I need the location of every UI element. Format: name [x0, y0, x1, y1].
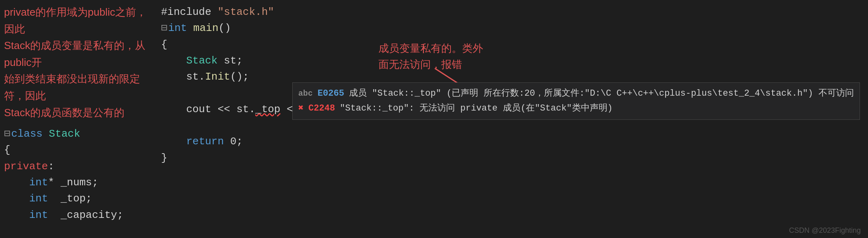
stack-st-line: Stack st;: [161, 53, 868, 69]
main-container: private的作用域为public之前，因此 Stack的成员变量是私有的，从…: [0, 0, 868, 238]
private-label: private:: [4, 158, 153, 174]
include-line: #include "stack.h": [161, 4, 868, 20]
annotation-line1: private的作用域为public之前，因此: [4, 4, 153, 37]
right-code-panel: #include "stack.h" ⊟int main() { Stack s…: [153, 0, 868, 238]
bubble-line1: 成员变量私有的。类外: [378, 40, 483, 56]
class-keyword: class: [11, 126, 49, 142]
annotation-block: private的作用域为public之前，因此 Stack的成员变量是私有的，从…: [4, 4, 153, 121]
brace-open: {: [4, 142, 153, 158]
blank-line3: [161, 117, 868, 133]
error-abc-icon: abc: [298, 87, 313, 101]
minus-icon: ⊟: [4, 126, 10, 142]
class-name: Stack: [49, 126, 80, 142]
error-x-icon: ✖: [298, 101, 304, 116]
error-row-e0265: abc E0265 成员 "Stack::_top" (已声明 所在行数:20，…: [298, 86, 854, 101]
main-minus-icon: ⊟: [161, 20, 167, 36]
blank-line: [4, 223, 153, 238]
watermark: CSDN @2023Fighting: [789, 226, 861, 235]
member-capacity: int _capacity;: [4, 207, 153, 223]
error-msg-c2248: "Stack::_top": 无法访问 private 成员(在"Stack"类…: [340, 101, 613, 116]
main-func-line: ⊟int main(): [161, 20, 868, 36]
error-code-c2248: C2248: [308, 101, 335, 116]
annotation-line2: Stack的成员变量是私有的，从public开: [4, 37, 153, 71]
member-top: int _top;: [4, 191, 153, 207]
annotation-line3: 始到类结束都没出现新的限定符，因此: [4, 71, 153, 104]
left-code-panel: private的作用域为public之前，因此 Stack的成员变量是私有的，从…: [0, 0, 153, 238]
error-tooltip: abc E0265 成员 "Stack::_top" (已声明 所在行数:20，…: [292, 82, 860, 120]
class-code-block: ⊟class Stack { private: int* _nums; int …: [4, 126, 153, 238]
error-msg-e0265: 成员 "Stack::_top" (已声明 所在行数:20，所属文件:"D:\C…: [349, 86, 854, 101]
return-line: return 0;: [161, 133, 868, 150]
main-brace-open: {: [161, 37, 868, 53]
main-brace-close: }: [161, 150, 868, 166]
error-row-c2248: ✖ C2248 "Stack::_top": 无法访问 private 成员(在…: [298, 101, 854, 116]
annotation-line4: Stack的成员函数是公有的: [4, 105, 153, 121]
member-nums: int* _nums;: [4, 174, 153, 191]
error-code-e0265: E0265: [318, 86, 344, 101]
